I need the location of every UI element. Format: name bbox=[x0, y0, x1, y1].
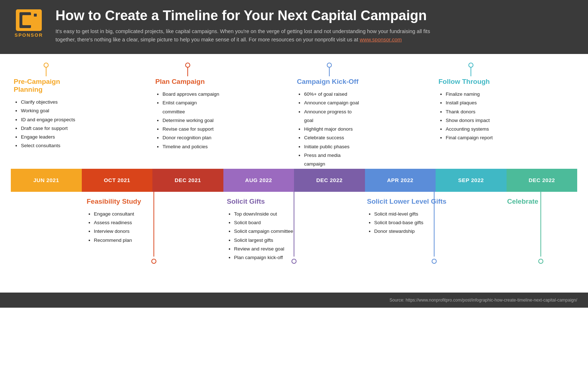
phase-title-pre-campaign: Pre-Campaign Planning bbox=[14, 78, 79, 94]
footer-source: Source: https://www.nonprofitpro.com/pos… bbox=[389, 298, 577, 303]
phase-items-pre-campaign: Clarify objectives Working goal ID and e… bbox=[14, 98, 79, 150]
header-title: How to Create a Timeline for Your Next C… bbox=[55, 8, 577, 24]
logo-icon bbox=[16, 9, 42, 31]
main-content: Pre-Campaign Planning Clarify objectives… bbox=[0, 54, 588, 285]
bottom-empty-jun bbox=[11, 192, 84, 285]
timeline-bar: JUN 2021 OCT 2021 DEC 2021 AUG 2022 DEC … bbox=[11, 169, 577, 192]
footer: Source: https://www.nonprofitpro.com/pos… bbox=[0, 293, 588, 308]
time-block-aug2022: AUG 2022 bbox=[223, 169, 294, 192]
phase-empty-dec-last bbox=[507, 65, 578, 169]
phase-items-follow-through: Finalize naming Install plaques Thank do… bbox=[438, 90, 504, 142]
phase-title-kickoff: Campaign Kick-Off bbox=[297, 78, 362, 86]
header-description: It's easy to get lost in big, complicate… bbox=[55, 27, 452, 44]
header-content: How to Create a Timeline for Your Next C… bbox=[55, 8, 577, 44]
header-link[interactable]: www.sponsor.com bbox=[360, 37, 402, 42]
phase-celebrate: Celebrate bbox=[504, 192, 578, 285]
time-block-sep2022: SEP 2022 bbox=[436, 169, 507, 192]
time-block-oct2021: OCT 2021 bbox=[82, 169, 153, 192]
phase-items-plan-campaign: Board approves campaign Enlist campaign … bbox=[155, 90, 220, 151]
phase-empty-oct bbox=[82, 65, 153, 169]
top-section: Pre-Campaign Planning Clarify objectives… bbox=[11, 65, 577, 169]
time-block-jun2021: JUN 2021 bbox=[11, 169, 82, 192]
time-block-apr2022: APR 2022 bbox=[365, 169, 436, 192]
phase-empty-apr bbox=[365, 65, 436, 169]
time-block-dec2022a: DEC 2022 bbox=[294, 169, 365, 192]
phase-follow-through: Follow Through Finalize naming Install p… bbox=[436, 65, 507, 169]
svg-rect-2 bbox=[22, 15, 32, 25]
phase-plan-campaign: Plan Campaign Board approves campaign En… bbox=[152, 65, 223, 169]
phase-title-plan-campaign: Plan Campaign bbox=[155, 78, 220, 86]
phase-solicit-lower: Solicit Lower Level Gifts Solicit mid-le… bbox=[364, 192, 504, 285]
time-block-dec2021: DEC 2021 bbox=[152, 169, 223, 192]
phase-solicit-gifts: Solicit Gifts Top down/inside out Solici… bbox=[224, 192, 364, 285]
phase-items-kickoff: 60%+ of goal raised Announce campaign go… bbox=[297, 90, 362, 169]
svg-rect-4 bbox=[34, 14, 37, 17]
phase-empty-aug bbox=[223, 65, 294, 169]
timeline-container: Pre-Campaign Planning Clarify objectives… bbox=[11, 65, 577, 285]
header: SPONSOR How to Create a Timeline for You… bbox=[0, 0, 588, 54]
phase-feasibility: Feasibility Study Engage consultant Asse… bbox=[84, 192, 224, 285]
logo-text: SPONSOR bbox=[14, 32, 43, 38]
bottom-section: Feasibility Study Engage consultant Asse… bbox=[11, 192, 577, 285]
logo-area: SPONSOR bbox=[11, 9, 47, 38]
phase-title-follow-through: Follow Through bbox=[438, 78, 504, 86]
time-block-dec2022b: DEC 2022 bbox=[507, 169, 578, 192]
phase-pre-campaign: Pre-Campaign Planning Clarify objectives… bbox=[11, 65, 82, 169]
phase-campaign-kickoff: Campaign Kick-Off 60%+ of goal raised An… bbox=[294, 65, 365, 169]
